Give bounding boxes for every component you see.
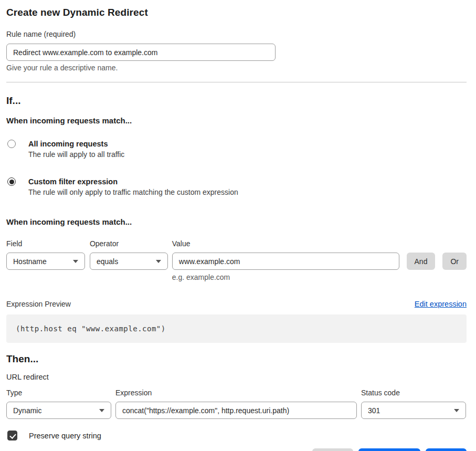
- preserve-query-row[interactable]: Preserve query string: [6, 431, 467, 440]
- operator-select-value: equals: [97, 257, 118, 266]
- expression-preview-box: (http.host eq "www.example.com"): [6, 314, 467, 343]
- rule-name-help: Give your rule a descriptive name.: [6, 64, 467, 72]
- status-code-label: Status code: [361, 389, 466, 397]
- value-help: e.g. example.com: [172, 273, 399, 282]
- url-redirect-label: URL redirect: [6, 372, 467, 382]
- redirect-expression-input[interactable]: [115, 402, 357, 419]
- field-select[interactable]: Hostname: [6, 253, 85, 270]
- if-match-heading: When incoming requests match...: [6, 116, 467, 126]
- then-heading: Then...: [6, 353, 467, 365]
- radio-button-all-requests[interactable]: [7, 140, 16, 148]
- page-title: Create new Dynamic Redirect: [6, 6, 467, 19]
- redirect-config-row: Type Dynamic Expression Status code 301: [6, 389, 467, 419]
- and-button[interactable]: And: [407, 253, 436, 270]
- edit-expression-link[interactable]: Edit expression: [415, 299, 467, 309]
- expression-preview-label: Expression Preview: [6, 300, 71, 309]
- value-input[interactable]: [172, 253, 399, 270]
- filter-builder-row: Field Hostname Operator equals Value e.g…: [6, 239, 467, 282]
- save-as-draft-button[interactable]: Save as Draft: [358, 448, 421, 451]
- value-label: Value: [172, 239, 399, 248]
- chevron-down-icon: [73, 260, 78, 263]
- expression-preview-header: Expression Preview Edit expression: [6, 299, 467, 309]
- radio-label-custom-filter: Custom filter expression: [28, 176, 238, 187]
- radio-label-all-requests: All incoming requests: [28, 139, 124, 149]
- field-select-value: Hostname: [13, 257, 47, 266]
- status-code-select[interactable]: 301: [361, 402, 466, 419]
- if-heading: If...: [6, 95, 467, 107]
- expression-preview-code: (http.host eq "www.example.com"): [16, 324, 166, 333]
- builder-match-heading: When incoming requests match...: [6, 217, 467, 227]
- cancel-button[interactable]: Cancel: [312, 448, 353, 451]
- field-label: Field: [6, 239, 85, 248]
- rule-name-label: Rule name (required): [6, 30, 467, 39]
- operator-select[interactable]: equals: [90, 253, 168, 270]
- preserve-query-checkbox[interactable]: [7, 431, 17, 440]
- type-select-value: Dynamic: [13, 406, 41, 415]
- type-label: Type: [6, 389, 111, 397]
- radio-option-all-requests[interactable]: All incoming requests The rule will appl…: [6, 139, 467, 160]
- rule-name-input[interactable]: [6, 44, 276, 61]
- deploy-button[interactable]: Deploy: [426, 448, 467, 451]
- or-button[interactable]: Or: [442, 253, 467, 270]
- redirect-expression-label: Expression: [115, 389, 357, 397]
- footer-actions: Cancel Save as Draft Deploy: [6, 448, 467, 451]
- chevron-down-icon: [99, 409, 104, 412]
- section-divider: [6, 82, 467, 82]
- chevron-down-icon: [156, 260, 161, 263]
- rule-name-section: Rule name (required) Give your rule a de…: [6, 30, 467, 72]
- radio-desc-all-requests: The rule will apply to all traffic: [28, 149, 124, 160]
- type-select[interactable]: Dynamic: [6, 402, 111, 419]
- status-code-select-value: 301: [368, 406, 380, 415]
- radio-option-custom-filter[interactable]: Custom filter expression The rule will o…: [6, 176, 467, 198]
- radio-button-custom-filter[interactable]: [7, 177, 16, 186]
- radio-desc-custom-filter: The rule will only apply to traffic matc…: [28, 187, 238, 198]
- operator-label: Operator: [90, 239, 168, 248]
- chevron-down-icon: [454, 409, 459, 412]
- preserve-query-label: Preserve query string: [29, 432, 101, 440]
